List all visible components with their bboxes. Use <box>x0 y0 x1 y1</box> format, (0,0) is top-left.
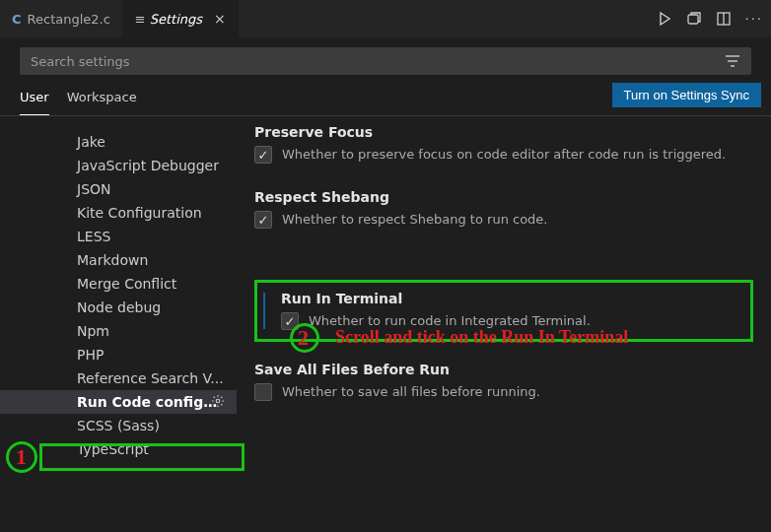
sidebar-item-php[interactable]: PHP <box>0 343 237 366</box>
settings-sliders-icon: ≡ <box>135 12 144 27</box>
scope-tab-user[interactable]: User <box>20 90 49 115</box>
close-icon[interactable]: × <box>214 11 226 27</box>
sidebar-item-label: Run Code configu... <box>77 394 229 410</box>
gear-icon[interactable] <box>211 394 225 408</box>
sidebar-item-kite[interactable]: Kite Configuration <box>0 201 237 225</box>
more-icon[interactable]: ··· <box>745 12 763 27</box>
checkbox-save-all-files[interactable] <box>254 383 272 401</box>
annotation-step-2-num: 2 <box>298 325 309 351</box>
sidebar-item-scss[interactable]: SCSS (Sass) <box>0 414 237 437</box>
tab-label: Rectangle2.c <box>28 12 110 27</box>
sidebar-item-less[interactable]: LESS <box>0 225 237 248</box>
checkbox-respect-shebang[interactable] <box>254 211 272 229</box>
run-icon[interactable] <box>657 11 672 27</box>
settings-content: Preserve Focus Whether to preserve focus… <box>237 116 771 532</box>
sidebar-item-npm[interactable]: Npm <box>0 319 237 343</box>
annotation-step-2-text: Scroll and tick on the Run In Terminal <box>335 327 628 348</box>
scope-tab-workspace[interactable]: Workspace <box>67 90 137 114</box>
sidebar-item-node-debug[interactable]: Node debug <box>0 296 237 319</box>
setting-preserve-focus: Preserve Focus Whether to preserve focus… <box>254 124 753 164</box>
split-editor-icon[interactable] <box>716 11 732 27</box>
settings-sync-button[interactable]: Turn on Settings Sync <box>612 83 761 107</box>
setting-title: Preserve Focus <box>254 124 753 140</box>
filter-icon[interactable] <box>725 54 740 68</box>
settings-search-input[interactable]: Search settings <box>20 47 751 75</box>
setting-title: Respect Shebang <box>254 189 753 205</box>
editor-actions: ··· <box>657 0 763 37</box>
settings-body: Jake JavaScript Debugger JSON Kite Confi… <box>0 116 771 532</box>
modified-indicator <box>263 293 265 328</box>
setting-title: Save All Files Before Run <box>254 362 753 377</box>
sidebar-item-run-code-config[interactable]: Run Code configu... <box>0 390 237 414</box>
sidebar-item-json[interactable]: JSON <box>0 177 237 201</box>
setting-respect-shebang: Respect Shebang Whether to respect Sheba… <box>254 189 753 229</box>
setting-desc: Whether to save all files before running… <box>282 383 540 401</box>
tab-settings[interactable]: ≡ Settings × <box>123 0 239 37</box>
sidebar-item-reference-search[interactable]: Reference Search V... <box>0 366 237 390</box>
sidebar-item-jake[interactable]: Jake <box>0 130 237 154</box>
checkbox-preserve-focus[interactable] <box>254 146 272 164</box>
tab-rectangle2c[interactable]: C Rectangle2.c <box>0 0 123 37</box>
svg-rect-0 <box>688 15 698 24</box>
sidebar-item-merge-conflict[interactable]: Merge Conflict <box>0 272 237 296</box>
setting-title: Run In Terminal <box>281 291 740 306</box>
svg-point-6 <box>216 399 220 403</box>
tab-label: Settings <box>150 12 202 27</box>
sidebar-item-markdown[interactable]: Markdown <box>0 248 237 272</box>
settings-toc: Jake JavaScript Debugger JSON Kite Confi… <box>0 116 237 532</box>
open-changes-icon[interactable] <box>686 11 702 27</box>
editor-tab-bar: C Rectangle2.c ≡ Settings × ··· <box>0 0 771 37</box>
setting-desc: Whether to respect Shebang to run code. <box>282 211 548 229</box>
setting-save-all-files: Save All Files Before Run Whether to sav… <box>254 362 753 401</box>
settings-scope-tabs: User Workspace Turn on Settings Sync <box>0 81 771 116</box>
setting-desc: Whether to preserve focus on code editor… <box>282 146 726 164</box>
search-placeholder: Search settings <box>31 54 130 69</box>
sidebar-item-js-debugger[interactable]: JavaScript Debugger <box>0 154 237 177</box>
file-c-icon: C <box>12 12 22 27</box>
